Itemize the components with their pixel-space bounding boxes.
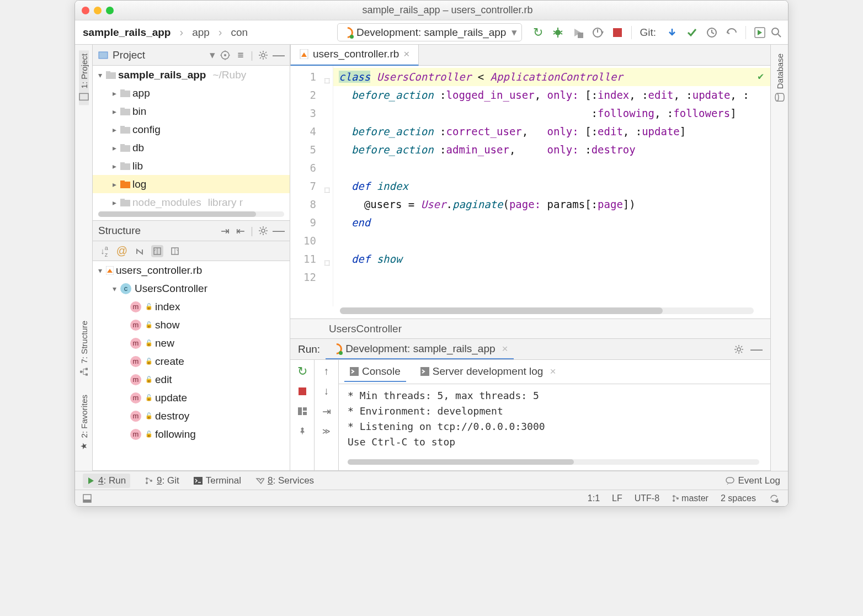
expand-all-icon[interactable]: ≡ [235,50,246,61]
search-icon[interactable] [770,26,782,39]
stop-icon[interactable] [611,26,624,39]
profile-icon[interactable]: ▾ [592,26,604,39]
breadcrumb-class[interactable]: UsersController [329,323,402,335]
structure-method-edit[interactable]: m🔓 edit [93,370,290,389]
tree-row-app[interactable]: ▸ app [93,84,290,102]
autoscroll-icon[interactable]: ⇤ [235,225,246,236]
layout-icon[interactable] [296,405,308,417]
fields-icon[interactable] [151,245,163,257]
tree-row-node_modules[interactable]: ▸ node_moduleslibrary r [93,193,290,208]
project-tree[interactable]: ▾ sample_rails_app~/Ruby▸ app▸ bin▸ conf… [93,66,290,208]
revert-icon[interactable] [726,26,738,39]
maximize-window-button[interactable] [106,7,114,14]
code-editor[interactable]: 1⬚234567⬚891011⬚12 class UsersController… [290,66,770,306]
project-panel-title[interactable]: Project [113,49,205,61]
run-anything-icon[interactable] [754,26,766,39]
structure-file-row[interactable]: ▾ users_controller.rb [93,261,290,279]
close-tab-icon[interactable]: × [403,48,409,60]
hide-panel-icon[interactable]: — [750,343,763,355]
console-tab[interactable]: Console [344,362,406,382]
stop-icon[interactable] [296,385,308,397]
gear-icon[interactable] [258,50,269,61]
close-tab-icon[interactable]: × [502,343,508,355]
editor-tab[interactable]: users_controller.rb × [290,45,419,66]
tree-row-root[interactable]: ▾ sample_rails_app~/Ruby [93,66,290,84]
inherited-icon[interactable] [134,245,146,257]
history-icon[interactable] [706,26,718,39]
editor-gutter[interactable]: 1⬚234567⬚891011⬚12 [290,66,333,306]
tree-row-log[interactable]: ▸ log [93,175,290,193]
structure-panel-title[interactable]: Structure [98,225,215,237]
breadcrumb[interactable]: sample_rails_app › app › con [81,25,250,40]
run-config-tab[interactable]: Development: sample_rails_app × [326,339,514,359]
structure-method-following[interactable]: m🔓 following [93,425,290,443]
console-hscroll[interactable] [348,459,759,465]
event-log-button[interactable]: Event Log [726,475,780,486]
status-branch[interactable]: master [672,493,708,503]
structure-method-create[interactable]: m🔓 create [93,352,290,370]
status-encoding[interactable]: UTF-8 [635,493,659,503]
scroll-to-end-icon[interactable]: ≫ [321,425,333,437]
rail-tab-project[interactable]: 1: Project [79,50,89,105]
window-icon[interactable] [83,494,92,503]
at-icon[interactable]: @ [116,245,128,257]
structure-method-show[interactable]: m🔓 show [93,316,290,334]
rail-tab-database[interactable]: Database [775,50,785,105]
debug-icon[interactable] [552,26,564,39]
gear-icon[interactable] [258,225,269,236]
run-actions-col: ↻ [290,360,315,470]
chevron-down-icon[interactable]: ▾ [210,49,215,61]
toolwin-git[interactable]: 9: Git [145,475,179,486]
restart-icon[interactable]: ↻ [532,26,544,39]
project-tree-hscroll[interactable] [98,211,284,217]
close-window-button[interactable] [82,7,89,14]
sort-alpha-icon[interactable]: ↓az [98,245,110,257]
breadcrumb-seg-con[interactable]: con [229,25,251,40]
down-arrow-icon[interactable]: ↓ [321,385,333,397]
tree-row-db[interactable]: ▸ db [93,139,290,157]
structure-method-update[interactable]: m🔓 update [93,389,290,407]
console-output[interactable]: * Min threads: 5, max threads: 5* Enviro… [339,384,770,457]
run-coverage-icon[interactable] [572,26,584,39]
update-project-icon[interactable] [666,26,678,39]
editor-code[interactable]: class UsersController < ApplicationContr… [333,66,770,306]
tree-row-config[interactable]: ▸ config [93,120,290,139]
tree-row-bin[interactable]: ▸ bin [93,102,290,120]
rail-tab-favorites[interactable]: ★ 2: Favorites [79,391,89,454]
rerun-icon[interactable]: ↻ [296,365,308,378]
breadcrumb-root[interactable]: sample_rails_app [81,25,173,40]
status-line-ending[interactable]: LF [612,493,622,503]
locate-icon[interactable] [220,50,231,61]
status-caret-pos[interactable]: 1:1 [588,493,600,503]
commit-icon[interactable] [686,26,698,39]
run-tool-window: Run: Development: sample_rails_app × [290,338,770,470]
hide-panel-icon[interactable]: — [273,225,284,236]
tree-row-lib[interactable]: ▸ lib [93,157,290,175]
structure-class-row[interactable]: ▾c UsersController [93,279,290,298]
structure-method-destroy[interactable]: m🔓 destroy [93,407,290,425]
rail-tab-structure[interactable]: 7: Structure [79,317,89,380]
hide-panel-icon[interactable]: — [273,50,284,61]
toolwin-run[interactable]: 4: Run [83,474,130,488]
run-configuration-selector[interactable]: Development: sample_rails_app ▾ [337,23,522,41]
toolwin-services[interactable]: 8: Services [255,475,314,486]
soft-wrap-icon[interactable]: ⇥ [321,405,333,417]
up-arrow-icon[interactable]: ↑ [321,365,333,378]
editor-breadcrumb[interactable]: UsersController [290,318,770,338]
status-indent[interactable]: 2 spaces [721,493,756,503]
structure-method-new[interactable]: m🔓 new [93,334,290,352]
breadcrumb-seg-app[interactable]: app [190,25,212,40]
visibility-icon[interactable] [169,245,181,257]
server-log-tab[interactable]: Server development log × [415,362,562,382]
minimize-window-button[interactable] [94,7,102,14]
structure-method-index[interactable]: m🔓 index [93,298,290,316]
toolwin-terminal[interactable]: Terminal [194,475,241,486]
pin-icon[interactable] [296,425,308,437]
gear-icon[interactable] [733,343,745,355]
sync-icon[interactable] [768,492,780,505]
close-tab-icon[interactable]: × [550,365,556,378]
scroll-from-source-icon[interactable]: ⇥ [220,225,231,236]
editor-hscroll[interactable] [340,307,754,314]
structure-tree[interactable]: ▾ users_controller.rb▾c UsersControllerm… [93,261,290,470]
separator [745,26,746,39]
